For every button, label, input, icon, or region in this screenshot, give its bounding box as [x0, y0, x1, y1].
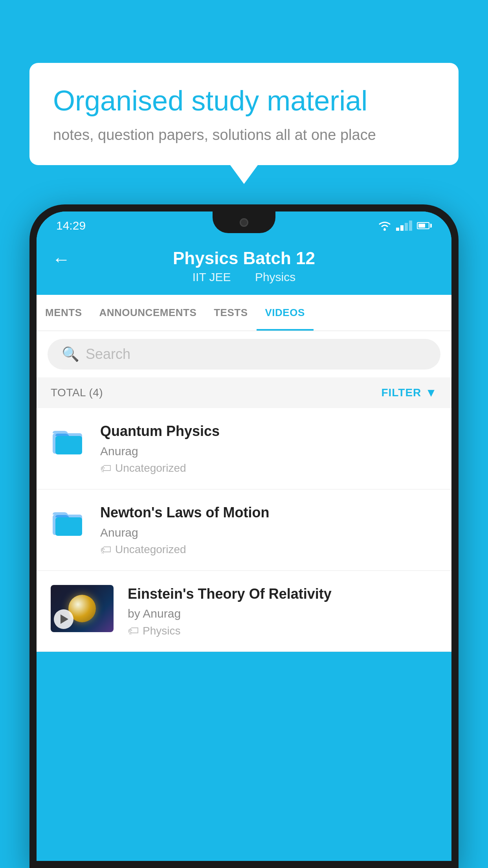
- hero-subtitle: notes, question papers, solutions all at…: [53, 127, 435, 143]
- tag-label: Uncategorized: [115, 543, 186, 556]
- tag-label: Physics: [143, 625, 180, 637]
- total-count: TOTAL (4): [51, 386, 103, 399]
- video-info: Quantum Physics Anurag 🏷 Uncategorized: [100, 422, 437, 475]
- app-title: Physics Batch 12: [173, 248, 315, 268]
- hero-section: Organised study material notes, question…: [29, 63, 459, 165]
- svg-rect-2: [55, 436, 82, 454]
- folder-icon: [51, 504, 86, 539]
- tab-videos[interactable]: VIDEOS: [257, 295, 314, 331]
- filter-button[interactable]: FILTER ▼: [381, 386, 437, 399]
- speech-bubble: Organised study material notes, question…: [29, 63, 459, 165]
- content-area: 🔍 Search TOTAL (4) FILTER ▼: [37, 331, 451, 652]
- tag-icon: 🏷: [128, 624, 139, 637]
- tag-icon: 🏷: [100, 543, 111, 556]
- signal-icon: [396, 221, 412, 231]
- video-title: Newton's Laws of Motion: [100, 504, 437, 522]
- video-title: Einstein's Theory Of Relativity: [128, 585, 437, 603]
- camera: [240, 218, 248, 227]
- svg-point-0: [383, 228, 386, 231]
- back-button[interactable]: ←: [52, 248, 70, 270]
- hero-title: Organised study material: [53, 85, 435, 117]
- video-list: Quantum Physics Anurag 🏷 Uncategorized: [37, 408, 451, 652]
- video-tag: 🏷 Uncategorized: [100, 543, 437, 556]
- video-author: Anurag: [100, 526, 437, 539]
- status-time: 14:29: [56, 219, 86, 232]
- video-tag: 🏷 Uncategorized: [100, 462, 437, 475]
- tabs-bar: MENTS ANNOUNCEMENTS TESTS VIDEOS: [37, 295, 451, 331]
- play-button[interactable]: [54, 609, 73, 629]
- app-subtitle: IIT JEE Physics: [187, 270, 301, 284]
- list-item[interactable]: Quantum Physics Anurag 🏷 Uncategorized: [37, 408, 451, 489]
- list-item[interactable]: Einstein's Theory Of Relativity by Anura…: [37, 571, 451, 652]
- search-bar[interactable]: 🔍 Search: [48, 339, 440, 370]
- wifi-icon: [378, 220, 391, 231]
- status-bar: 14:29: [37, 211, 451, 240]
- video-info: Einstein's Theory Of Relativity by Anura…: [128, 585, 437, 638]
- filter-label: FILTER: [381, 386, 421, 399]
- status-icons: [378, 220, 432, 231]
- search-bar-container: 🔍 Search: [37, 331, 451, 377]
- subtitle-part1: IIT JEE: [193, 270, 231, 283]
- tab-tests[interactable]: TESTS: [205, 295, 256, 331]
- tab-announcements[interactable]: ANNOUNCEMENTS: [91, 295, 205, 331]
- play-icon: [61, 614, 68, 624]
- subtitle-part2: Physics: [255, 270, 295, 283]
- video-title: Quantum Physics: [100, 422, 437, 441]
- phone-frame: 14:29: [29, 204, 459, 868]
- battery-icon: [417, 222, 432, 229]
- svg-rect-4: [55, 517, 82, 536]
- tab-ments[interactable]: MENTS: [37, 295, 91, 331]
- video-author: by Anurag: [128, 607, 437, 620]
- video-thumbnail: [51, 585, 114, 632]
- app-header: ← Physics Batch 12 IIT JEE Physics: [37, 240, 451, 295]
- phone-screen: 14:29: [37, 211, 451, 861]
- filter-bar: TOTAL (4) FILTER ▼: [37, 377, 451, 408]
- tag-label: Uncategorized: [115, 462, 186, 474]
- tag-icon: 🏷: [100, 462, 111, 475]
- search-icon: 🔍: [62, 346, 79, 362]
- search-placeholder: Search: [86, 346, 130, 362]
- filter-icon: ▼: [425, 386, 437, 399]
- folder-icon: [51, 422, 86, 458]
- video-author: Anurag: [100, 445, 437, 458]
- list-item[interactable]: Newton's Laws of Motion Anurag 🏷 Uncateg…: [37, 489, 451, 571]
- video-info: Newton's Laws of Motion Anurag 🏷 Uncateg…: [100, 504, 437, 556]
- video-tag: 🏷 Physics: [128, 624, 437, 637]
- notch: [213, 211, 275, 233]
